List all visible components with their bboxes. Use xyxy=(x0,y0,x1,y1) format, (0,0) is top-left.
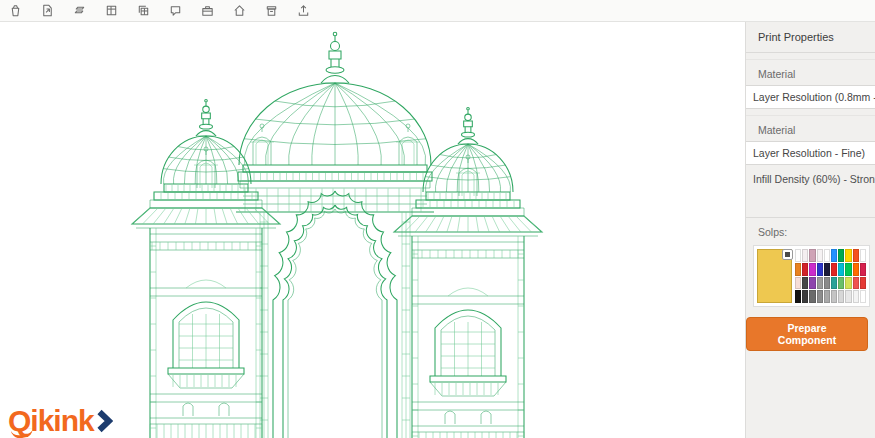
colors-label: Solps: xyxy=(746,218,875,243)
selected-color-swatch[interactable] xyxy=(757,249,792,303)
palette-color[interactable] xyxy=(802,249,808,262)
home-icon xyxy=(232,3,247,18)
palette-color[interactable] xyxy=(860,249,866,262)
share-upload-icon xyxy=(296,3,311,18)
palette-color[interactable] xyxy=(809,277,815,290)
table-grid-icon xyxy=(104,3,119,18)
material-group-1: Material Layer Resolution (0.8mm - Fine) xyxy=(746,59,875,109)
comment-icon-button[interactable] xyxy=(163,1,187,21)
palette-color[interactable] xyxy=(809,263,815,276)
palette-color[interactable] xyxy=(838,249,844,262)
table-grid-icon-button[interactable] xyxy=(99,1,123,21)
palette-color[interactable] xyxy=(845,290,851,303)
palette-color[interactable] xyxy=(802,263,808,276)
palette-color[interactable] xyxy=(860,263,866,276)
logo-chevron-icon xyxy=(96,408,113,434)
material-label-2: Material xyxy=(746,116,875,141)
palette-color[interactable] xyxy=(824,249,830,262)
export-page-icon xyxy=(40,3,55,18)
briefcase-icon-button[interactable] xyxy=(195,1,219,21)
palette-color[interactable] xyxy=(795,249,801,262)
archive-icon-button[interactable] xyxy=(259,1,283,21)
export-page-icon-button[interactable] xyxy=(35,1,59,21)
palette-color[interactable] xyxy=(817,263,823,276)
palette-color[interactable] xyxy=(838,290,844,303)
palette-color[interactable] xyxy=(853,263,859,276)
print-properties-panel: Print Properties Material Layer Resoluti… xyxy=(745,22,875,438)
palette-color[interactable] xyxy=(853,249,859,262)
slice-layers-icon xyxy=(72,3,87,18)
comment-icon xyxy=(168,3,183,18)
palette-color[interactable] xyxy=(831,263,837,276)
app-window: Qikink Print Properties Material Layer R… xyxy=(0,0,875,438)
palette-color[interactable] xyxy=(802,277,808,290)
palette-color[interactable] xyxy=(853,290,859,303)
palette-color[interactable] xyxy=(795,263,801,276)
palette-color[interactable] xyxy=(817,277,823,290)
layer-resolution-field-1[interactable]: Layer Resolution (0.8mm - Fine) xyxy=(746,85,875,109)
palette-color[interactable] xyxy=(795,290,801,303)
toolbar xyxy=(0,0,875,22)
material-label-1: Material xyxy=(746,60,875,85)
palette-color[interactable] xyxy=(831,249,837,262)
viewport-3d[interactable]: Qikink xyxy=(0,22,745,438)
prepare-component-button[interactable]: Prepare Component xyxy=(746,317,868,351)
picker-dot-icon xyxy=(785,252,790,257)
palette-color[interactable] xyxy=(824,277,830,290)
palette-color[interactable] xyxy=(853,277,859,290)
palette-color[interactable] xyxy=(795,277,801,290)
copy-table-icon xyxy=(136,3,151,18)
palette-color[interactable] xyxy=(838,263,844,276)
layer-resolution-field-2[interactable]: Layer Resolution - Fine) xyxy=(746,141,875,165)
palette-color[interactable] xyxy=(845,249,851,262)
palette-color[interactable] xyxy=(817,290,823,303)
panel-title: Print Properties xyxy=(746,22,875,53)
copy-table-icon-button[interactable] xyxy=(131,1,155,21)
palette-color[interactable] xyxy=(860,277,866,290)
archive-icon xyxy=(264,3,279,18)
palette-color[interactable] xyxy=(809,249,815,262)
palette-color[interactable] xyxy=(845,263,851,276)
slice-layers-icon-button[interactable] xyxy=(67,1,91,21)
palette-color[interactable] xyxy=(831,290,837,303)
palette-color[interactable] xyxy=(824,290,830,303)
palette-color[interactable] xyxy=(860,290,866,303)
palette-color[interactable] xyxy=(802,290,808,303)
briefcase-icon xyxy=(200,3,215,18)
home-icon-button[interactable] xyxy=(227,1,251,21)
box-icon xyxy=(8,3,23,18)
material-group-2: Material Layer Resolution - Fine) Infill… xyxy=(746,115,875,195)
palette-color[interactable] xyxy=(809,290,815,303)
palette-color[interactable] xyxy=(838,277,844,290)
palette-color[interactable] xyxy=(831,277,837,290)
palette-color[interactable] xyxy=(824,263,830,276)
share-upload-icon-button[interactable] xyxy=(291,1,315,21)
colors-section: Solps: xyxy=(746,217,875,307)
palette-color[interactable] xyxy=(845,277,851,290)
color-palette xyxy=(795,249,866,303)
color-picker xyxy=(753,245,870,307)
box-icon-button[interactable] xyxy=(3,1,27,21)
color-picker-button[interactable] xyxy=(782,249,793,260)
infill-density-note: Infill Density (60%) - Strong) xyxy=(746,165,875,195)
qikink-logo: Qikink xyxy=(8,406,113,436)
palette-color[interactable] xyxy=(817,249,823,262)
temple-wireframe-model[interactable] xyxy=(0,22,745,438)
